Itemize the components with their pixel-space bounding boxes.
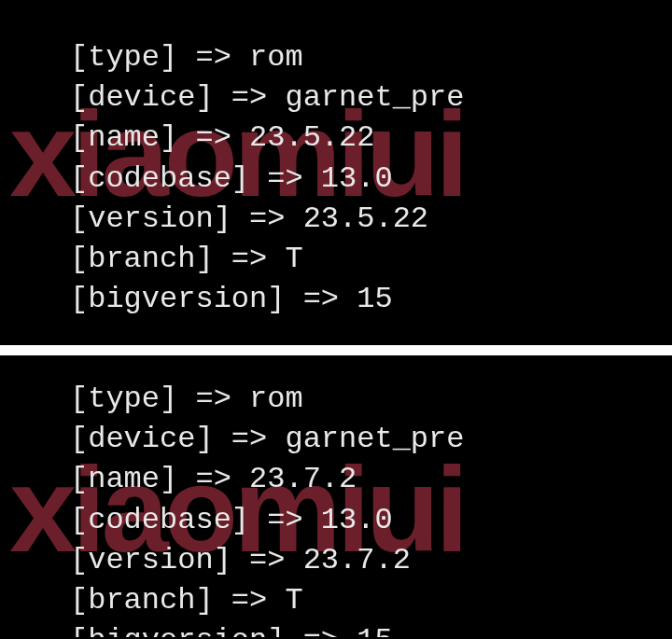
key-label: branch [70, 242, 214, 276]
value-text: rom [249, 382, 303, 416]
arrow-separator [177, 40, 249, 75]
key-label: bigversion [70, 623, 285, 637]
value-text: 15 [357, 623, 392, 637]
value-text: 23.7.2 [303, 543, 411, 577]
value-text: 23.5.22 [249, 120, 374, 155]
arrow-separator [231, 543, 303, 577]
output-line: branchT [70, 239, 672, 279]
key-label: branch [70, 583, 214, 618]
value-text: garnet_pre [285, 80, 464, 115]
key-label: codebase [70, 161, 249, 196]
value-text: T [285, 583, 302, 618]
key-label: name [70, 120, 177, 155]
panel-divider [0, 345, 672, 355]
arrow-separator [249, 503, 321, 537]
output-line: name23.5.22 [70, 118, 672, 158]
output-line: version23.7.2 [70, 540, 672, 580]
output-line: devicegarnet_pre [70, 419, 672, 459]
key-label: type [70, 40, 177, 75]
arrow-separator [214, 80, 286, 115]
key-label: type [70, 382, 177, 416]
arrow-separator [285, 623, 357, 637]
value-text: 15 [357, 282, 392, 316]
output-line-partial: bigversion15 [70, 620, 672, 637]
key-label: version [70, 201, 231, 236]
key-label: name [70, 462, 177, 496]
output-line: typerom [70, 37, 672, 77]
value-text: garnet_pre [285, 422, 464, 456]
terminal-panel-1: xiaomiui typerom devicegarnet_pre name23… [0, 0, 672, 345]
arrow-separator [177, 120, 249, 155]
arrow-separator [249, 161, 321, 196]
value-text: rom [249, 40, 303, 75]
value-text: 23.7.2 [249, 462, 357, 496]
arrow-separator [214, 583, 286, 618]
output-line: branchT [70, 580, 672, 620]
output-line: devicegarnet_pre [70, 77, 672, 118]
key-label: bigversion [70, 282, 285, 316]
value-text: 13.0 [321, 503, 393, 537]
output-line: version23.5.22 [70, 199, 672, 239]
value-text: T [285, 242, 302, 276]
output-line: codebase13.0 [70, 500, 672, 540]
terminal-panel-2: xiaomiui typerom devicegarnet_pre name23… [0, 355, 672, 639]
key-label: codebase [70, 503, 249, 537]
arrow-separator [285, 282, 357, 316]
key-label: device [70, 80, 214, 115]
key-label: version [70, 543, 231, 577]
value-text: 13.0 [321, 161, 393, 196]
arrow-separator [231, 201, 303, 236]
output-line: name23.7.2 [70, 459, 672, 499]
value-text: 23.5.22 [303, 201, 428, 236]
key-label: device [70, 422, 214, 456]
arrow-separator [177, 462, 249, 496]
output-line: bigversion15 [70, 279, 672, 319]
arrow-separator [214, 422, 286, 456]
output-line: typerom [70, 379, 672, 419]
output-line: codebase13.0 [70, 159, 672, 199]
arrow-separator [177, 382, 249, 416]
arrow-separator [214, 242, 286, 276]
